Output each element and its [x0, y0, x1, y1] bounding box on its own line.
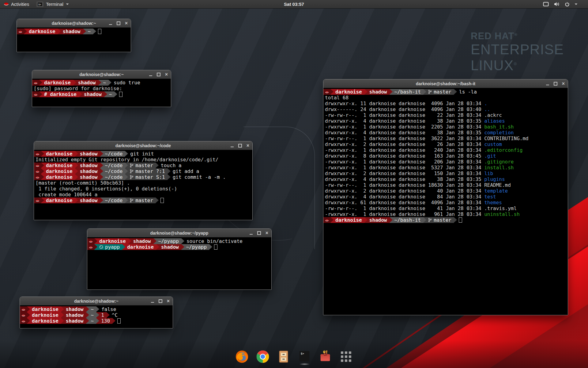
- window-title: darknoise@shadow:~/code: [115, 143, 171, 148]
- power-icon[interactable]: [565, 2, 570, 7]
- file-meta: drwx------. 24 darknoise darknoise 4096 …: [323, 106, 484, 112]
- window-titlebar[interactable]: darknoise@shadow:~/code×: [34, 141, 252, 150]
- dock-show-applications[interactable]: [339, 350, 353, 364]
- prompt-segment-host: shadow: [58, 29, 83, 34]
- file-meta: -rw-rw-r--. 1 darknoise darknoise 41 Jan…: [323, 205, 484, 211]
- prompt-segment-icon: [20, 306, 27, 312]
- window-titlebar[interactable]: darknoise@shadow:~/pyapp×: [87, 229, 271, 237]
- chevron-down-icon: [66, 3, 69, 5]
- terminal-window-home-sudo[interactable]: darknoise@shadow:~×darknoiseshadow~sudo …: [32, 70, 171, 107]
- dock-toolbox[interactable]: [318, 350, 333, 364]
- maximize-button[interactable]: [257, 231, 261, 235]
- close-button[interactable]: ×: [167, 299, 170, 303]
- window-titlebar[interactable]: darknoise@shadow:~×: [20, 297, 173, 305]
- brand-line-3: LINUX®: [471, 58, 564, 74]
- volume-icon[interactable]: [554, 2, 560, 6]
- file-name: themes: [484, 200, 502, 205]
- python-icon: [99, 245, 103, 249]
- desktop[interactable]: RED HAT® ENTERPRISE LINUX® Activities $>…: [0, 0, 588, 368]
- terminal-window-home-exit[interactable]: darknoise@shadow:~×darknoiseshadow~false…: [20, 297, 173, 328]
- close-button[interactable]: ×: [165, 72, 168, 77]
- prompt-segment-host: shadow: [79, 91, 104, 97]
- terminal-line: drwxrwxr-x. 4 darknoise darknoise 84 Jan…: [323, 194, 568, 200]
- app-menu-terminal[interactable]: $> Terminal: [33, 0, 73, 8]
- terminal-screen[interactable]: darknoiseshadow~/codegit initInitialized…: [34, 150, 252, 220]
- terminal-screen[interactable]: darknoiseshadow~: [17, 28, 131, 52]
- window-titlebar[interactable]: darknoise@shadow:~/bash-it×: [323, 79, 568, 88]
- window-title: darknoise@shadow:~/pyapp: [150, 231, 209, 236]
- chevron-down-icon[interactable]: [575, 3, 578, 5]
- maximize-button[interactable]: [159, 299, 162, 303]
- close-button[interactable]: ×: [562, 82, 565, 86]
- maximize-button[interactable]: [117, 21, 120, 25]
- minimize-button[interactable]: [149, 73, 152, 76]
- output-text: 1 file changed, 0 insertions(+), 0 delet…: [34, 186, 177, 192]
- prompt-segment-host: shadow: [364, 217, 390, 223]
- terminal-screen[interactable]: darknoiseshadow~sudo true[sudo] password…: [32, 79, 171, 107]
- prompt-segment-git: master: [125, 197, 156, 203]
- window-titlebar[interactable]: darknoise@shadow:~×: [17, 19, 131, 28]
- prompt-segment-user: # darknoise: [39, 91, 79, 97]
- minimize-button[interactable]: [109, 21, 112, 25]
- terminal-line: [sudo] password for darknoise:: [32, 86, 171, 91]
- brand-line-1: RED HAT®: [471, 31, 564, 42]
- file-meta: drwxrwxr-x. 2 darknoise darknoise 40 Jan…: [323, 188, 484, 194]
- output-text: total 68: [323, 95, 349, 101]
- file-meta: -rw-rw-r--. 1 darknoise darknoise 22 Jan…: [323, 112, 484, 118]
- minimize-button[interactable]: [151, 299, 154, 303]
- dock-terminal[interactable]: $>: [297, 350, 312, 364]
- prompt-segment-icon: [20, 312, 27, 318]
- prompt-segment-icon: [17, 29, 24, 34]
- prompt-segment-icon: [87, 244, 94, 250]
- hat-icon: [18, 30, 22, 33]
- terminal-line: create mode 100644 a: [34, 192, 252, 197]
- close-button[interactable]: ×: [125, 21, 128, 25]
- terminal-line: darknoiseshadow~/bash-itmasterls -la: [323, 89, 568, 95]
- window-titlebar[interactable]: darknoise@shadow:~×: [32, 70, 171, 79]
- maximize-button[interactable]: [554, 82, 557, 86]
- dock-files[interactable]: [277, 350, 291, 364]
- hat-icon: [34, 93, 38, 96]
- prompt-segment-path: ~/code: [100, 174, 125, 180]
- rhel-branding: RED HAT® ENTERPRISE LINUX®: [471, 31, 564, 73]
- minimize-button[interactable]: [250, 231, 253, 235]
- file-name: .gitignore: [484, 159, 514, 165]
- terminal-window-code[interactable]: darknoise@shadow:~/code×darknoiseshadow~…: [34, 141, 253, 220]
- minimize-button[interactable]: [546, 82, 549, 85]
- maximize-button[interactable]: [157, 73, 160, 76]
- close-button[interactable]: ×: [266, 231, 268, 235]
- terminal-screen[interactable]: darknoiseshadow~/bash-itmasterls -latota…: [323, 88, 568, 315]
- file-meta: drwxrwxr-x. 4 darknoise darknoise 38 Jan…: [323, 118, 484, 124]
- window-buttons: ×: [250, 229, 268, 237]
- close-button[interactable]: ×: [247, 144, 249, 148]
- terminal-window-bash-it[interactable]: darknoise@shadow:~/bash-it×darknoiseshad…: [323, 79, 568, 315]
- maximize-button[interactable]: [238, 144, 242, 148]
- terminal-screen[interactable]: darknoiseshadow~/pyappsource bin/activat…: [87, 237, 271, 289]
- file-meta: -rw-rw-r--. 1 darknoise darknoise 18630 …: [323, 182, 484, 188]
- terminal-line: pyappdarknoiseshadow~/pyapp: [87, 244, 271, 250]
- terminal-line: -rw-rw-r--. 1 darknoise darknoise 3622 J…: [323, 136, 568, 141]
- terminal-line: Initialized empty Git repository in /hom…: [34, 157, 252, 163]
- dock-firefox[interactable]: [235, 350, 249, 364]
- activities-label: Activities: [11, 2, 29, 7]
- terminal-screen[interactable]: darknoiseshadow~falsedarknoiseshadow~1^C…: [20, 305, 173, 328]
- terminal-line: drwxrwxr-x. 4 darknoise darknoise 38 Jan…: [323, 176, 568, 182]
- prompt-segment-venv: pyapp: [94, 244, 122, 250]
- clock[interactable]: Sat 03:57: [284, 2, 304, 7]
- prompt-segment-user: darknoise: [41, 174, 75, 180]
- terminal-line: darknoiseshadow~1^C: [20, 312, 173, 318]
- display-icon[interactable]: [543, 2, 549, 6]
- command-text: source bin/activate: [181, 238, 243, 244]
- minimize-button[interactable]: [231, 144, 234, 147]
- window-buttons: ×: [151, 297, 170, 305]
- terminal-window-home-1[interactable]: darknoise@shadow:~×darknoiseshadow~: [17, 19, 131, 52]
- hat-icon: [21, 319, 25, 323]
- output-text: Initialized empty Git repository in /hom…: [34, 157, 218, 163]
- terminal-line: -rwxrwxr-x. 1 darknoise darknoise 2205 J…: [323, 124, 568, 130]
- file-name: completion: [484, 130, 514, 136]
- activities-button[interactable]: Activities: [0, 0, 33, 8]
- terminal-line: -rw-rw-r--. 1 darknoise darknoise 41 Jan…: [323, 205, 568, 211]
- terminal-window-pyapp[interactable]: darknoise@shadow:~/pyapp×darknoiseshadow…: [87, 228, 272, 290]
- dock-chrome[interactable]: [256, 350, 270, 364]
- prompt-segment-git: master: [423, 217, 454, 223]
